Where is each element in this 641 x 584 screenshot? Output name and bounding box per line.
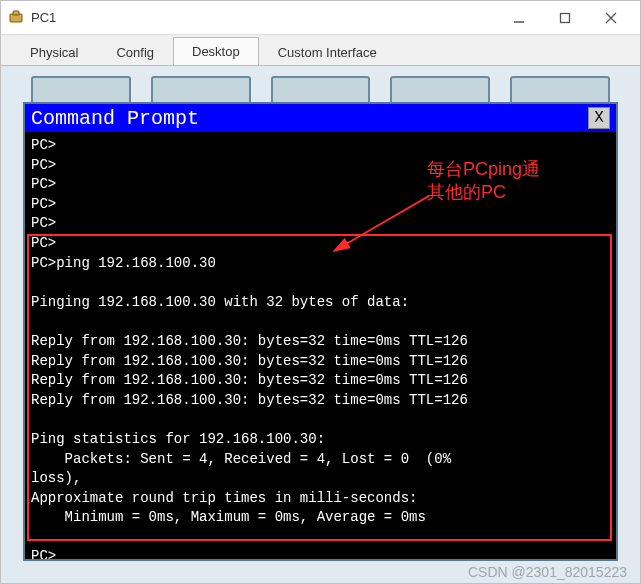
svg-rect-1: [13, 11, 19, 15]
close-button[interactable]: [588, 2, 634, 34]
window-title: PC1: [31, 10, 496, 25]
command-prompt-title: Command Prompt: [31, 107, 588, 130]
svg-rect-3: [561, 13, 570, 22]
command-prompt-close-button[interactable]: X: [588, 107, 610, 129]
annotation-text: 每台PCping通 其他的PC: [427, 158, 577, 205]
command-prompt-titlebar: Command Prompt X: [25, 104, 616, 132]
annotation-line1: 每台PCping通: [427, 158, 577, 181]
watermark: CSDN @2301_82015223: [468, 564, 627, 580]
window-buttons: [496, 2, 634, 34]
minimize-button[interactable]: [496, 2, 542, 34]
app-window: PC1 Physical Config Desktop Custom Inter…: [0, 0, 641, 584]
maximize-button[interactable]: [542, 2, 588, 34]
annotation-line2: 其他的PC: [427, 181, 577, 204]
terminal-output-boxed: PC> PC>ping 192.168.100.30 Pinging 192.1…: [31, 234, 610, 559]
tab-bar: Physical Config Desktop Custom Interface: [1, 35, 640, 65]
app-icon: [7, 9, 25, 27]
tab-physical[interactable]: Physical: [11, 38, 97, 66]
titlebar: PC1: [1, 1, 640, 35]
tab-desktop[interactable]: Desktop: [173, 37, 259, 66]
tab-custom-interface[interactable]: Custom Interface: [259, 38, 396, 66]
tab-config[interactable]: Config: [97, 38, 173, 66]
content-area: Command Prompt X PC> PC> PC> PC> PC> PC>…: [1, 65, 640, 583]
